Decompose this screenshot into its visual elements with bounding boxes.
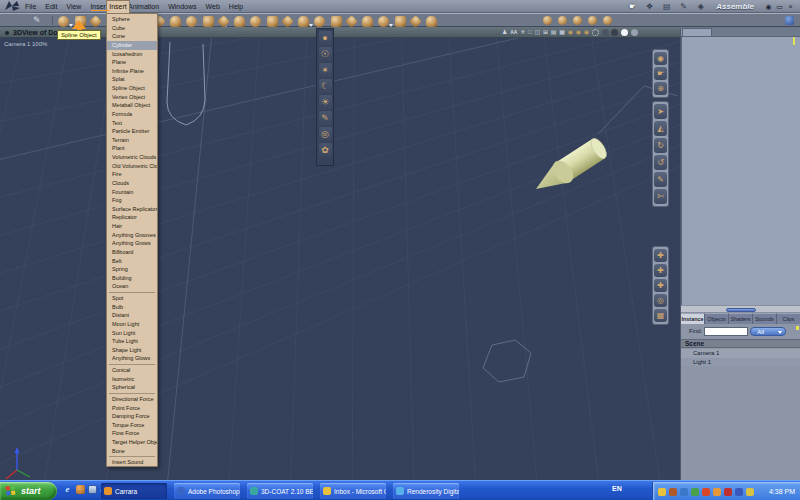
menu-item-sun-light[interactable]: Sun Light bbox=[107, 329, 157, 338]
infinite-plane-icon[interactable] bbox=[170, 16, 181, 27]
menu-item-spring[interactable]: Spring bbox=[107, 265, 157, 274]
magnet-icon[interactable] bbox=[573, 16, 582, 25]
taskbar-clock[interactable]: 4:38 PM bbox=[769, 488, 795, 495]
menu-item-terrain[interactable]: Terrain bbox=[107, 136, 157, 145]
tab-clips[interactable]: Clips bbox=[777, 313, 800, 324]
menu-item-isometric[interactable]: Isometric bbox=[107, 375, 157, 384]
fountain-icon[interactable] bbox=[362, 16, 373, 27]
menu-item-vertex-object[interactable]: Vertex Object bbox=[107, 93, 157, 102]
menu-item-infinite-plane[interactable]: Infinite Plane bbox=[107, 67, 157, 76]
tray-icon-1[interactable] bbox=[658, 488, 666, 496]
orbit-icon[interactable]: ↺ bbox=[654, 155, 667, 170]
layout-split-4-icon[interactable]: ▤ bbox=[551, 28, 557, 37]
layout-split-2-icon[interactable]: ◫ bbox=[534, 28, 540, 37]
menu-item-fire[interactable]: Fire bbox=[107, 170, 157, 179]
shell-icon[interactable]: ✿ bbox=[319, 143, 332, 158]
menu-item-splat[interactable]: Splat bbox=[107, 75, 157, 84]
menu-item-torque-force[interactable]: Torque Force bbox=[107, 421, 157, 430]
tray-icon-8[interactable] bbox=[735, 488, 743, 496]
tab-sounds[interactable]: Sounds bbox=[753, 313, 777, 324]
menu-item-point-force[interactable]: Point Force bbox=[107, 404, 157, 413]
tab-shaders[interactable]: Shaders bbox=[729, 313, 753, 324]
compass-icon[interactable]: ✳ bbox=[520, 28, 525, 37]
menu-item-sphere[interactable]: Sphere bbox=[107, 15, 157, 24]
menu-item-damping-force[interactable]: Damping Force bbox=[107, 412, 157, 421]
knife-icon[interactable]: ✎ bbox=[654, 172, 667, 187]
menu-item-insert-sound[interactable]: Insert Sound bbox=[107, 458, 157, 467]
menu-item-bone[interactable]: Bone bbox=[107, 447, 157, 456]
eye-icon[interactable] bbox=[588, 16, 597, 25]
pen-tool-icon[interactable]: ✎ bbox=[33, 15, 41, 25]
room-render-icon[interactable]: ◈ bbox=[692, 2, 709, 11]
tray-icon-3[interactable] bbox=[680, 488, 688, 496]
scene-item-camera-1[interactable]: Camera 1 bbox=[681, 349, 800, 358]
menu-item-fog[interactable]: Fog bbox=[107, 196, 157, 205]
tab-objects[interactable]: Objects bbox=[705, 313, 729, 324]
preview-gray-icon[interactable] bbox=[631, 29, 638, 36]
menu-item-anything-glows[interactable]: Anything Glows bbox=[107, 354, 157, 363]
replicator-icon[interactable] bbox=[395, 16, 406, 27]
pan-icon[interactable]: ☛ bbox=[654, 67, 667, 80]
filter-dropdown[interactable]: All bbox=[750, 327, 786, 336]
preview-dark-icon[interactable] bbox=[611, 29, 618, 36]
menu-windows[interactable]: Windows bbox=[168, 3, 196, 10]
preview-shaded-icon[interactable] bbox=[602, 29, 609, 36]
show-desktop-icon[interactable] bbox=[88, 485, 97, 494]
jack-3-icon[interactable]: ✚ bbox=[654, 279, 667, 292]
preview-bbox-icon[interactable]: ◉ bbox=[568, 28, 573, 37]
tray-icon-2[interactable] bbox=[669, 488, 677, 496]
tray-icon-5[interactable] bbox=[702, 488, 710, 496]
menu-file[interactable]: File bbox=[25, 3, 36, 10]
room-texture-icon[interactable]: ✎ bbox=[675, 2, 692, 11]
menu-item-ocean[interactable]: Ocean bbox=[107, 282, 157, 291]
zoom-icon[interactable]: ⊕ bbox=[654, 82, 667, 95]
fire-icon[interactable] bbox=[331, 16, 342, 27]
room-assemble-icon[interactable]: ☛ bbox=[624, 2, 641, 11]
rotate-icon[interactable]: ↻ bbox=[654, 138, 667, 153]
tray-icon-9[interactable] bbox=[746, 488, 754, 496]
menu-item-hair[interactable]: Hair bbox=[107, 222, 157, 231]
terrain-icon[interactable] bbox=[281, 15, 294, 28]
building-icon[interactable] bbox=[409, 15, 422, 28]
menu-item-spherical[interactable]: Spherical bbox=[107, 383, 157, 392]
jack-2-icon[interactable]: ✚ bbox=[654, 264, 667, 277]
menu-item-anything-grows[interactable]: Anything Grows bbox=[107, 239, 157, 248]
menu-item-cylinder[interactable]: Cylinder bbox=[107, 41, 157, 50]
cube-icon[interactable] bbox=[89, 15, 102, 28]
menu-item-cube[interactable]: Cube bbox=[107, 24, 157, 33]
menu-edit[interactable]: Edit bbox=[45, 3, 57, 10]
menu-item-tube-light[interactable]: Tube Light bbox=[107, 337, 157, 346]
menu-item-distant[interactable]: Distant bbox=[107, 311, 157, 320]
plant-icon[interactable] bbox=[298, 16, 309, 27]
menu-item-target-helper-object[interactable]: Target Helper Object bbox=[107, 438, 157, 447]
preview-dotted-icon[interactable] bbox=[592, 29, 599, 36]
scene-header[interactable]: Scene bbox=[681, 339, 800, 348]
eye-icon[interactable]: ◉ bbox=[763, 3, 774, 11]
menu-item-particle-emitter[interactable]: Particle Emitter bbox=[107, 127, 157, 136]
menu-item-shape-light[interactable]: Shape Light bbox=[107, 346, 157, 355]
panel-splitter[interactable] bbox=[681, 305, 800, 313]
task-renderosity-digital-ar[interactable]: Renderosity Digital Ar... bbox=[393, 483, 459, 499]
task-adobe-photoshop-cs[interactable]: Adobe Photoshop CS... bbox=[174, 483, 240, 499]
find-input[interactable] bbox=[704, 327, 748, 336]
cylinder-object[interactable] bbox=[536, 136, 610, 189]
figure-icon[interactable]: ♟ bbox=[502, 28, 507, 37]
wireframe-hexagon[interactable] bbox=[483, 340, 531, 382]
bulb-icon[interactable]: ☉ bbox=[319, 47, 332, 62]
close-icon[interactable]: × bbox=[785, 3, 796, 11]
sphere-icon[interactable] bbox=[58, 16, 69, 27]
menu-animation[interactable]: Animation bbox=[128, 3, 159, 10]
menu-item-replicator[interactable]: Replicator bbox=[107, 213, 157, 222]
panel-toggle-icon[interactable] bbox=[785, 16, 794, 25]
moon-icon[interactable]: ☾ bbox=[319, 79, 332, 94]
task-carrara[interactable]: Carrara bbox=[101, 483, 167, 499]
task-inbox-microsoft-out[interactable]: Inbox - Microsoft Out... bbox=[320, 483, 386, 499]
splitter-handle[interactable] bbox=[726, 308, 756, 313]
vertex-object-icon[interactable] bbox=[203, 16, 214, 27]
tray-icon-7[interactable] bbox=[724, 488, 732, 496]
viewport-dot-icon[interactable] bbox=[5, 31, 9, 35]
menu-item-surface-replicator[interactable]: Surface Replicator bbox=[107, 205, 157, 214]
preview-white-icon[interactable] bbox=[621, 29, 628, 36]
menu-item-flow-force[interactable]: Flow Force bbox=[107, 429, 157, 438]
3d-viewport[interactable]: Camera 1 100% bbox=[0, 38, 680, 480]
